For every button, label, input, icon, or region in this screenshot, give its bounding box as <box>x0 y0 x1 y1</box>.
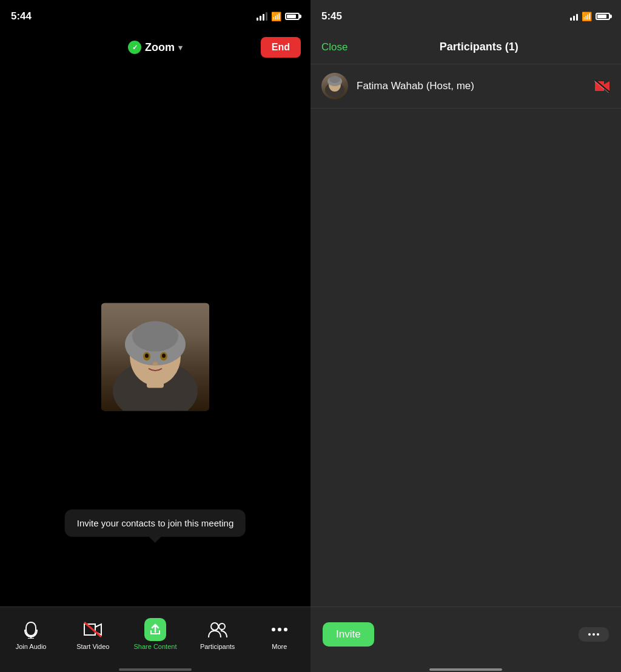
invite-button[interactable]: Invite <box>323 622 374 647</box>
status-icons-right: 📶 <box>570 12 610 21</box>
zoom-logo: ✓ Zoom ▾ <box>128 41 183 54</box>
share-content-label: Share Content <box>134 643 177 650</box>
svg-point-21 <box>329 76 340 83</box>
participants-title: Participants (1) <box>347 41 610 53</box>
home-indicator-right <box>310 667 621 672</box>
svg-point-13 <box>211 623 218 630</box>
zoom-shield-icon: ✓ <box>128 41 141 54</box>
zoom-label: Zoom <box>145 41 175 54</box>
svg-point-16 <box>278 628 281 631</box>
more-label: More <box>272 643 287 650</box>
face-svg <box>101 303 209 411</box>
battery-icon <box>285 13 300 20</box>
participant-video <box>101 303 209 411</box>
svg-point-8 <box>162 354 166 358</box>
share-content-icon <box>144 619 166 640</box>
right-panel: 5:45 📶 Close Participants (1) <box>310 0 621 672</box>
join-audio-icon <box>20 619 42 640</box>
toolbar-left: Join Audio Start Video <box>0 606 310 667</box>
header-left: ✓ Zoom ▾ End <box>0 30 310 64</box>
share-content-button[interactable]: Share Content <box>134 619 177 650</box>
join-audio-label: Join Audio <box>16 643 47 650</box>
start-video-button[interactable]: Start Video <box>72 619 114 650</box>
battery-icon-right <box>596 13 610 20</box>
svg-point-7 <box>145 354 149 358</box>
invite-tooltip: Invite your contacts to join this meetin… <box>65 509 246 537</box>
participant-name: Fatima Wahab (Host, me) <box>357 80 594 92</box>
more-button[interactable]: More <box>258 619 301 650</box>
header-right: Close Participants (1) <box>310 30 621 64</box>
video-feed <box>101 303 209 411</box>
signal-icon <box>257 12 267 21</box>
status-icons-left: 📶 <box>257 12 300 21</box>
close-button[interactable]: Close <box>321 41 347 53</box>
join-audio-button[interactable]: Join Audio <box>10 619 52 650</box>
left-panel: 5:44 📶 ✓ Zoom ▾ End <box>0 0 310 672</box>
signal-icon-right <box>570 12 578 21</box>
video-area: Invite your contacts to join this meetin… <box>0 64 310 606</box>
more-icon <box>269 619 290 640</box>
status-bar-left: 5:44 📶 <box>0 0 310 30</box>
avatar <box>321 73 348 99</box>
table-row: Fatima Wahab (Host, me) <box>310 64 621 109</box>
participants-icon <box>207 619 229 640</box>
dot1 <box>588 633 591 636</box>
svg-point-17 <box>284 628 287 631</box>
svg-point-4 <box>132 321 178 352</box>
toolbar-right: Invite <box>310 606 621 667</box>
participants-label: Participants <box>200 643 235 650</box>
svg-point-9 <box>153 362 158 366</box>
end-button[interactable]: End <box>261 37 301 58</box>
dot3 <box>597 633 599 636</box>
time-right: 5:45 <box>321 10 342 22</box>
video-off-indicator <box>594 79 610 93</box>
participants-button[interactable]: Participants <box>196 619 239 650</box>
home-indicator-left <box>0 667 310 672</box>
more-options-button[interactable] <box>579 627 609 642</box>
wifi-icon: 📶 <box>271 12 281 21</box>
svg-point-14 <box>219 623 225 630</box>
time-left: 5:44 <box>11 10 32 22</box>
svg-point-15 <box>272 628 275 631</box>
dropdown-chevron-icon: ▾ <box>178 43 183 52</box>
status-bar-right: 5:45 📶 <box>310 0 621 30</box>
start-video-label: Start Video <box>76 643 109 650</box>
dot2 <box>592 633 595 636</box>
wifi-icon-right: 📶 <box>582 12 592 21</box>
video-off-icon <box>82 619 104 640</box>
participants-list: Fatima Wahab (Host, me) <box>310 64 621 606</box>
